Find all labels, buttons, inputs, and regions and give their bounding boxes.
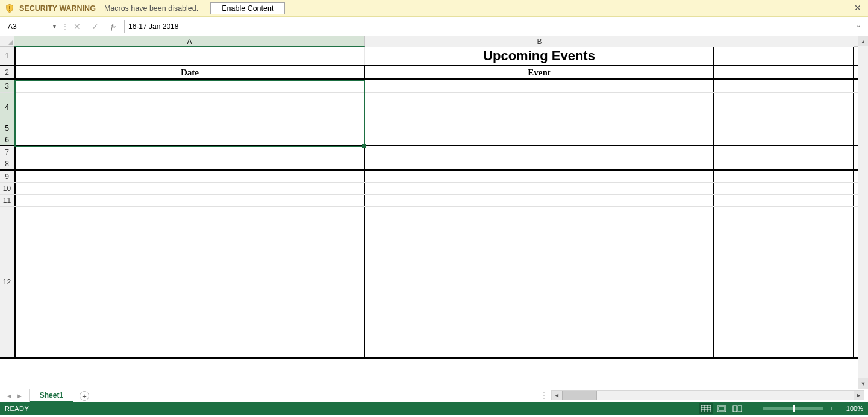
sheet-nav-next-icon[interactable]: ► bbox=[16, 392, 23, 400]
add-sheet-icon[interactable]: + bbox=[80, 391, 89, 401]
enable-content-button[interactable]: Enable Content bbox=[210, 2, 285, 14]
cell-c10[interactable] bbox=[714, 183, 854, 194]
cell-a1[interactable] bbox=[14, 47, 365, 65]
row-header-3[interactable]: 3 bbox=[0, 80, 14, 92]
view-normal-icon[interactable] bbox=[699, 403, 713, 414]
row-11: 11 bbox=[0, 195, 858, 207]
zoom-control: − + 100% bbox=[751, 405, 863, 412]
formula-input[interactable]: 16-17 Jan 2018 ⌄ bbox=[124, 20, 864, 33]
zoom-slider[interactable] bbox=[763, 407, 823, 410]
spreadsheet-grid-wrap: A B 1 Upcoming Events 2 Date Event 3 4 bbox=[0, 36, 868, 389]
column-headers: A B bbox=[0, 36, 858, 47]
cell-a9[interactable] bbox=[14, 171, 365, 182]
cell-c6[interactable] bbox=[714, 134, 854, 145]
row-9: 9 bbox=[0, 171, 858, 183]
row-header-11[interactable]: 11 bbox=[0, 195, 14, 206]
row-header-10[interactable]: 10 bbox=[0, 183, 14, 194]
cell-a2-header-date[interactable]: Date bbox=[14, 66, 365, 78]
fx-icon[interactable]: fx bbox=[106, 20, 120, 33]
vertical-scrollbar[interactable]: ▲ ▼ bbox=[858, 36, 868, 389]
cell-c9[interactable] bbox=[714, 171, 854, 182]
spreadsheet-grid[interactable]: A B 1 Upcoming Events 2 Date Event 3 4 bbox=[0, 36, 858, 389]
cell-c5[interactable] bbox=[714, 122, 854, 134]
scroll-up-icon[interactable]: ▲ bbox=[858, 36, 868, 46]
expand-formula-bar-icon[interactable]: ⌄ bbox=[854, 22, 863, 31]
formula-bar-separator: ⋮ bbox=[64, 20, 66, 33]
cell-b2-header-event[interactable]: Event bbox=[365, 66, 714, 78]
h-scroll-track[interactable]: ◄ ► bbox=[551, 390, 864, 400]
h-scroll-thumb[interactable] bbox=[562, 391, 597, 400]
cell-c1[interactable] bbox=[714, 47, 854, 65]
row-10: 10 bbox=[0, 183, 858, 195]
cell-c11[interactable] bbox=[714, 195, 854, 206]
select-all-corner[interactable] bbox=[0, 36, 14, 47]
cell-a3[interactable] bbox=[14, 80, 365, 92]
row-8: 8 bbox=[0, 158, 858, 171]
row-header-2[interactable]: 2 bbox=[0, 66, 14, 78]
cell-b10[interactable] bbox=[365, 183, 714, 194]
column-header-b[interactable]: B bbox=[365, 36, 714, 47]
row-header-6[interactable]: 6 bbox=[0, 134, 14, 145]
cell-c4[interactable] bbox=[714, 93, 854, 122]
close-icon[interactable]: ✕ bbox=[852, 3, 863, 14]
cell-a12[interactable] bbox=[14, 207, 365, 357]
cell-a4[interactable] bbox=[14, 93, 365, 122]
view-page-break-icon[interactable] bbox=[730, 403, 745, 414]
horizontal-scrollbar[interactable]: ⋮ ◄ ► bbox=[540, 390, 864, 400]
cell-c7[interactable] bbox=[714, 146, 854, 158]
scroll-down-icon[interactable]: ▼ bbox=[858, 378, 868, 389]
column-header-a[interactable]: A bbox=[14, 36, 365, 47]
status-bar: READY − + 100% bbox=[0, 402, 868, 415]
cell-a6[interactable] bbox=[14, 134, 365, 145]
row-1: 1 Upcoming Events bbox=[0, 47, 858, 66]
cell-b8[interactable] bbox=[365, 158, 714, 169]
header-date-label: Date bbox=[181, 67, 199, 78]
cell-b12[interactable] bbox=[365, 207, 714, 357]
row-header-8[interactable]: 8 bbox=[0, 158, 14, 169]
cell-c12[interactable] bbox=[714, 207, 854, 357]
formula-bar: A3 ▼ ⋮ ✕ ✓ fx 16-17 Jan 2018 ⌄ bbox=[0, 17, 868, 36]
accept-edit-icon[interactable]: ✓ bbox=[88, 20, 102, 33]
row-header-12[interactable]: 12 bbox=[0, 207, 14, 357]
svg-rect-0 bbox=[9, 6, 10, 9]
cell-c2[interactable] bbox=[714, 66, 854, 78]
svg-rect-10 bbox=[738, 406, 742, 412]
cell-b1-title[interactable]: Upcoming Events bbox=[365, 47, 714, 65]
zoom-out-icon[interactable]: − bbox=[751, 405, 760, 412]
cell-b4[interactable] bbox=[365, 93, 714, 122]
cell-a11[interactable] bbox=[14, 195, 365, 206]
cell-a10[interactable] bbox=[14, 183, 365, 194]
row-header-5[interactable]: 5 bbox=[0, 122, 14, 134]
cell-b7[interactable] bbox=[365, 146, 714, 158]
h-scroll-right-icon[interactable]: ► bbox=[854, 391, 864, 400]
cell-a8[interactable] bbox=[14, 158, 365, 169]
cell-a5[interactable] bbox=[14, 122, 365, 134]
cell-b6[interactable] bbox=[365, 134, 714, 145]
zoom-value[interactable]: 100% bbox=[839, 405, 863, 412]
formula-value: 16-17 Jan 2018 bbox=[128, 22, 178, 31]
tab-spacer: ⋮ ◄ ► bbox=[95, 389, 868, 402]
cell-b5[interactable] bbox=[365, 122, 714, 134]
row-header-9[interactable]: 9 bbox=[0, 171, 14, 182]
cell-c3[interactable] bbox=[714, 80, 854, 92]
chevron-down-icon[interactable]: ▼ bbox=[52, 24, 57, 30]
cell-c8[interactable] bbox=[714, 158, 854, 169]
row-header-1[interactable]: 1 bbox=[0, 47, 14, 65]
row-7: 7 bbox=[0, 146, 858, 158]
name-box[interactable]: A3 ▼ bbox=[4, 20, 60, 33]
cell-b9[interactable] bbox=[365, 171, 714, 182]
h-scroll-left-icon[interactable]: ◄ bbox=[552, 391, 562, 400]
zoom-in-icon[interactable]: + bbox=[827, 405, 835, 412]
cancel-edit-icon[interactable]: ✕ bbox=[70, 20, 84, 33]
column-header-c[interactable] bbox=[714, 36, 854, 47]
cell-b11[interactable] bbox=[365, 195, 714, 206]
row-header-7[interactable]: 7 bbox=[0, 146, 14, 158]
h-scroll-grip-icon[interactable]: ⋮ bbox=[540, 391, 548, 400]
row-header-4[interactable]: 4 bbox=[0, 93, 14, 122]
sheet-nav-prev-icon[interactable]: ◄ bbox=[6, 392, 13, 400]
cell-a7[interactable] bbox=[14, 146, 365, 158]
cell-b3[interactable] bbox=[365, 80, 714, 92]
view-page-layout-icon[interactable] bbox=[714, 403, 729, 414]
sheet-tab-sheet1[interactable]: Sheet1 bbox=[30, 389, 73, 402]
svg-rect-9 bbox=[733, 406, 737, 412]
